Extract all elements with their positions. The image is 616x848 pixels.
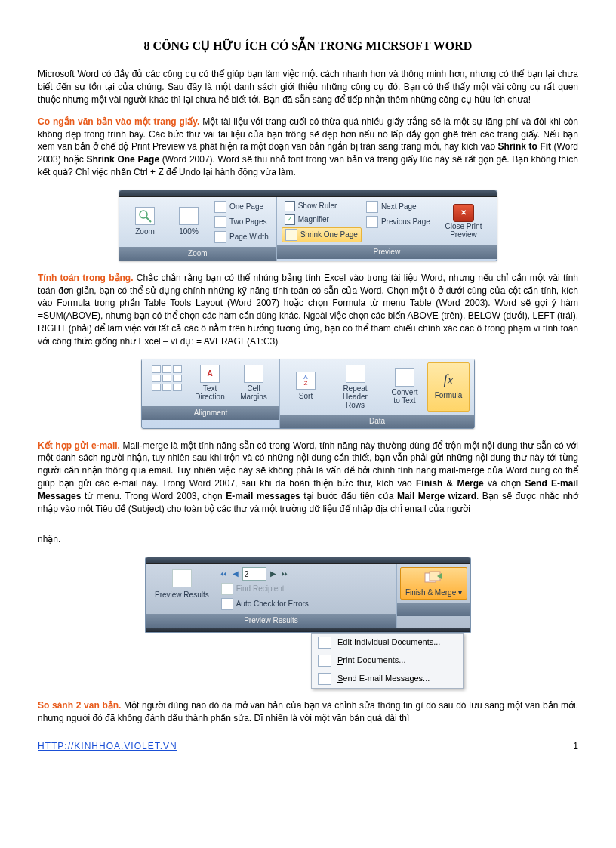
next-page-button[interactable]: Next Page	[363, 200, 433, 214]
magnifier-checkbox[interactable]: ✓Magnifier	[282, 214, 362, 226]
show-ruler-checkbox[interactable]: Show Ruler	[282, 200, 362, 212]
align-grid-icon	[152, 384, 182, 400]
preview-results-icon	[172, 569, 192, 587]
alignment-grid[interactable]	[146, 362, 187, 403]
cell-margins-button[interactable]: Cell Margins	[233, 362, 275, 403]
magnifier-icon	[135, 207, 155, 225]
next-page-icon	[366, 201, 378, 213]
print-documents-item[interactable]: Print Documents...	[312, 652, 463, 670]
group-label-data: Data	[280, 415, 474, 428]
figure-print-preview-ribbon: Zoom 100% One Page Two Pages Page Width …	[38, 190, 578, 261]
page-title: 8 CÔNG CỤ HỮU ÍCH CÓ SẴN TRONG MICRSOFT …	[38, 38, 578, 54]
group-label-preview-results: Preview Results	[146, 614, 396, 628]
section-2: Tính toán trong bảng. Chắc chắn rằng bạn…	[38, 272, 578, 348]
record-navigator[interactable]: ⏮ ◀ ▶ ⏭	[218, 567, 312, 581]
page-width-icon	[214, 231, 226, 243]
zoom-100-button[interactable]: 100%	[168, 200, 210, 244]
sort-icon: AZ	[296, 372, 316, 390]
two-pages-button[interactable]: Two Pages	[211, 215, 272, 229]
section-1: Co ngắn văn bản vào một trang giấy. Một …	[38, 116, 578, 179]
finish-merge-menu: Edit Individual Documents... Print Docum…	[311, 633, 464, 689]
group-label-zoom: Zoom	[119, 247, 276, 261]
checkbox-checked-icon: ✓	[285, 214, 295, 225]
one-page-button[interactable]: One Page	[211, 200, 272, 214]
sort-button[interactable]: AZ Sort	[285, 362, 327, 412]
formula-icon: fx	[439, 372, 457, 389]
repeat-header-rows-button[interactable]: Repeat Header Rows	[328, 362, 382, 412]
prev-record-icon[interactable]: ◀	[230, 567, 241, 581]
text-direction-icon: A	[200, 365, 220, 383]
auto-check-icon	[221, 598, 233, 610]
align-grid-icon	[152, 365, 182, 382]
print-icon	[318, 655, 331, 667]
page-number: 1	[573, 740, 578, 753]
convert-to-text-button[interactable]: Convert to Text	[383, 362, 426, 412]
checkbox-empty-icon	[285, 201, 295, 211]
previous-page-button[interactable]: Previous Page	[363, 215, 433, 229]
footer-url-link[interactable]: HTTP://KINHHOA.VIOLET.VN	[38, 740, 177, 753]
figure-table-tools-ribbon: A Text Direction Cell Margins Alignment …	[38, 359, 578, 429]
page-icon	[179, 207, 199, 225]
shrink-one-page-button[interactable]: Shrink One Page	[282, 227, 362, 242]
dropdown-arrow-icon: ▾	[458, 588, 462, 597]
section-3-tail: nhận.	[38, 533, 578, 546]
text-direction-button[interactable]: A Text Direction	[189, 362, 231, 403]
finish-merge-icon	[424, 570, 443, 587]
last-record-icon[interactable]: ⏭	[280, 567, 291, 581]
figure-mail-merge-ribbon: Preview Results ⏮ ◀ ▶ ⏭ Find Recipient	[38, 557, 578, 689]
section-3: Kết hợp gửi e-mail. Mail-merge là một tí…	[38, 439, 578, 516]
svg-line-1	[146, 217, 151, 222]
one-page-icon	[214, 201, 226, 213]
close-print-preview-button[interactable]: ✕ Close Print Preview	[435, 200, 492, 242]
intro-paragraph: Microsoft Word có đầy đủ các công cụ có …	[38, 68, 578, 106]
edit-docs-icon	[318, 637, 331, 649]
group-label-preview: Preview	[277, 245, 497, 259]
next-record-icon[interactable]: ▶	[268, 567, 279, 581]
svg-point-0	[140, 211, 147, 218]
convert-text-icon	[395, 368, 414, 387]
finish-merge-button[interactable]: Finish & Merge ▾	[400, 567, 467, 600]
close-icon: ✕	[453, 204, 474, 222]
record-number-input[interactable]	[242, 567, 266, 581]
zoom-button[interactable]: Zoom	[124, 200, 166, 244]
prev-page-icon	[366, 216, 378, 228]
page-width-button[interactable]: Page Width	[211, 230, 272, 244]
page-footer: HTTP://KINHHOA.VIOLET.VN 1	[38, 740, 578, 753]
find-icon	[221, 583, 233, 595]
two-pages-icon	[214, 216, 226, 228]
repeat-rows-icon	[346, 365, 365, 383]
send-email-messages-item[interactable]: Send E-mail Messages...	[312, 670, 463, 688]
section-4: So sánh 2 văn bản. Một người dùng nào đó…	[38, 699, 578, 725]
formula-button[interactable]: fx Formula	[427, 362, 470, 412]
group-label-alignment: Alignment	[142, 406, 279, 420]
shrink-icon	[285, 229, 297, 241]
auto-check-errors-button[interactable]: Auto Check for Errors	[218, 597, 312, 611]
edit-individual-documents-item[interactable]: Edit Individual Documents...	[312, 634, 463, 652]
preview-results-button[interactable]: Preview Results	[150, 567, 214, 601]
send-email-icon	[318, 673, 331, 685]
first-record-icon[interactable]: ⏮	[218, 567, 229, 581]
cell-margins-icon	[244, 365, 263, 383]
find-recipient-button[interactable]: Find Recipient	[218, 582, 312, 596]
